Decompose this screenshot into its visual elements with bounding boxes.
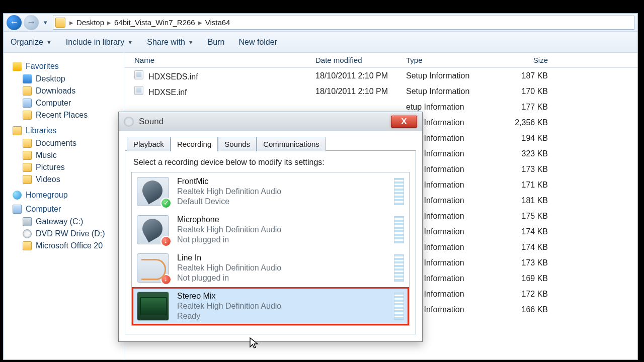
device-microphone[interactable]: MicrophoneRealtek High Definition AudioN… — [132, 211, 409, 249]
dialog-instruction: Select a recording device below to modif… — [133, 158, 410, 167]
navigation-pane: Favorites Desktop Downloads Computer Rec… — [4, 53, 124, 359]
column-headers: Name Date modified Type Size — [124, 53, 637, 68]
device-driver: Realtek High Definition Audio — [177, 263, 386, 273]
column-type[interactable]: Type — [406, 56, 497, 64]
sidebar-item-computer[interactable]: Computer — [13, 97, 124, 109]
breadcrumb-item[interactable]: Vista64 — [202, 18, 233, 27]
sidebar-item-recent-places[interactable]: Recent Places — [13, 109, 124, 121]
homegroup-header[interactable]: Homegroup — [13, 191, 124, 200]
device-driver: Realtek High Definition Audio — [177, 301, 386, 311]
device-name: Line In — [177, 253, 386, 263]
column-name[interactable]: Name — [124, 56, 315, 64]
tab-sounds[interactable]: Sounds — [218, 137, 257, 151]
folder-icon — [23, 163, 32, 172]
burn-button[interactable]: Burn — [208, 38, 225, 47]
sidebar-item-dvd-drive[interactable]: DVD RW Drive (D:) — [13, 228, 124, 240]
file-row[interactable]: HDXSE.inf18/10/2011 2:10 PMSetup Informa… — [124, 83, 637, 99]
device-icon — [137, 253, 169, 283]
level-meter — [394, 254, 404, 282]
libraries-header[interactable]: Libraries — [13, 126, 124, 135]
drive-icon — [23, 217, 32, 226]
tab-recording[interactable]: Recording — [171, 137, 218, 151]
sidebar-item-downloads[interactable]: Downloads — [13, 85, 124, 97]
close-button[interactable]: X — [391, 116, 417, 128]
sidebar-item-pictures[interactable]: Pictures — [13, 161, 124, 173]
device-list: FrontMicRealtek High Definition AudioDef… — [131, 172, 410, 326]
folder-icon — [23, 175, 32, 184]
device-name: FrontMic — [177, 176, 386, 187]
sidebar-item-music[interactable]: Music — [13, 149, 124, 161]
device-line-in[interactable]: Line InRealtek High Definition AudioNot … — [132, 249, 409, 287]
level-meter — [394, 216, 404, 243]
sidebar-item-desktop[interactable]: Desktop — [13, 73, 124, 85]
device-driver: Realtek High Definition Audio — [177, 225, 386, 235]
status-badge — [160, 198, 172, 209]
new-folder-button[interactable]: New folder — [238, 38, 277, 47]
sidebar-item-drive-c[interactable]: Gateway (C:) — [13, 216, 124, 228]
device-status: Default Device — [177, 197, 386, 207]
device-status: Not plugged in — [177, 273, 386, 283]
sidebar-item-videos[interactable]: Videos — [13, 173, 124, 186]
device-icon — [137, 177, 169, 206]
star-icon — [13, 62, 22, 71]
nav-forward-button[interactable]: → — [24, 15, 39, 30]
folder-icon — [55, 18, 65, 28]
folder-icon — [23, 151, 32, 160]
computer-header[interactable]: Computer — [13, 205, 124, 214]
nav-back-button[interactable]: ← — [7, 15, 22, 30]
breadcrumb-item[interactable]: Desktop — [73, 18, 107, 27]
explorer-toolbar: Organize▼ Include in library▼ Share with… — [4, 32, 637, 53]
share-with-button[interactable]: Share with▼ — [147, 38, 193, 47]
computer-icon — [23, 99, 32, 108]
breadcrumb-bar[interactable]: ▸ Desktop ▸ 64bit_Vista_Win7_R266 ▸ Vist… — [53, 16, 634, 30]
sound-icon — [124, 117, 134, 127]
favorites-header[interactable]: Favorites — [13, 62, 124, 71]
device-status: Not plugged in — [177, 235, 386, 245]
device-icon — [137, 215, 169, 244]
include-in-library-button[interactable]: Include in library▼ — [66, 38, 133, 47]
device-icon — [137, 292, 169, 321]
dialog-tabs: Playback Recording Sounds Communications — [127, 136, 416, 151]
organize-button[interactable]: Organize▼ — [11, 38, 52, 47]
device-driver: Realtek High Definition Audio — [177, 187, 386, 197]
folder-icon — [23, 139, 32, 148]
status-badge — [160, 236, 172, 247]
dialog-title: Sound — [139, 117, 164, 127]
disc-icon — [23, 229, 32, 238]
nav-history-dropdown[interactable]: ▾ — [41, 18, 50, 27]
device-name: Microphone — [177, 215, 386, 225]
file-row[interactable]: HDXSEDS.inf18/10/2011 2:10 PMSetup Infor… — [124, 68, 637, 83]
tab-communications[interactable]: Communications — [257, 137, 326, 151]
folder-icon — [23, 241, 32, 250]
sidebar-item-ms-office[interactable]: Microsoft Office 20 — [13, 240, 124, 252]
tab-playback[interactable]: Playback — [127, 137, 171, 151]
address-bar: ← → ▾ ▸ Desktop ▸ 64bit_Vista_Win7_R266 … — [4, 14, 637, 32]
libraries-icon — [13, 126, 22, 135]
device-name: Stereo Mix — [177, 291, 386, 301]
computer-icon — [13, 205, 22, 214]
status-badge — [160, 274, 172, 285]
desktop-icon — [23, 74, 32, 83]
folder-icon — [23, 86, 32, 96]
column-size[interactable]: Size — [497, 56, 557, 64]
level-meter — [394, 293, 404, 320]
sidebar-item-documents[interactable]: Documents — [13, 137, 124, 149]
device-stereo-mix[interactable]: Stereo MixRealtek High Definition AudioR… — [132, 287, 409, 325]
breadcrumb-item[interactable]: 64bit_Vista_Win7_R266 — [111, 18, 198, 27]
column-date[interactable]: Date modified — [315, 56, 406, 64]
device-frontmic[interactable]: FrontMicRealtek High Definition AudioDef… — [132, 172, 409, 211]
folder-icon — [23, 111, 32, 120]
file-icon — [134, 86, 143, 95]
sound-dialog: Sound X Playback Recording Sounds Commun… — [118, 112, 423, 342]
homegroup-icon — [13, 191, 22, 200]
device-status: Ready — [177, 311, 386, 321]
dialog-titlebar[interactable]: Sound X — [119, 112, 422, 131]
file-icon — [134, 70, 143, 79]
level-meter — [394, 178, 404, 205]
